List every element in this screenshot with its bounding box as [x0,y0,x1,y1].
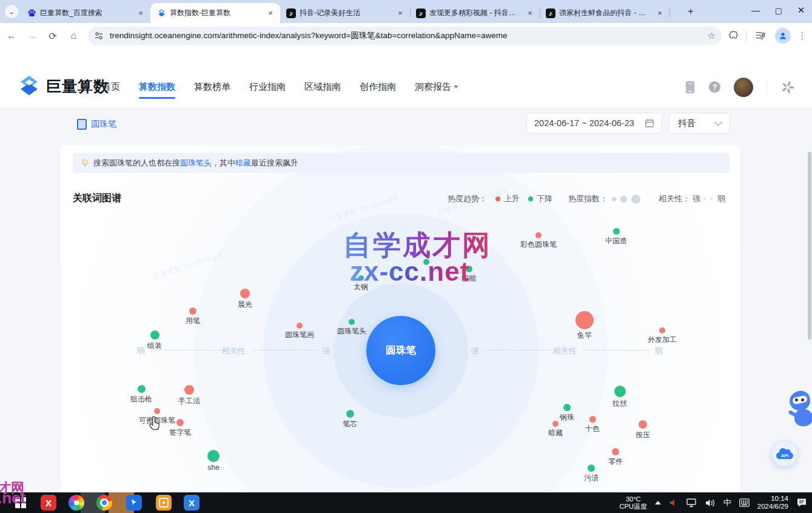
page-scrollbar[interactable] [808,152,811,340]
browser-tab-2[interactable]: ♪抖音-记录美好生活× [280,3,410,23]
bookmark-star-icon[interactable]: ☆ [708,30,716,41]
home-button[interactable]: ⌂ [67,29,80,42]
bubble-零件[interactable]: 零件 [608,448,623,467]
bubble-污渍[interactable]: 污渍 [584,464,599,483]
bubble-dot[interactable] [612,448,619,455]
taskbar-app-cursor[interactable] [126,494,143,511]
nav-item-算数榜单[interactable]: 算数榜单 [194,81,230,93]
bubble-dot[interactable] [589,416,596,423]
nav-item-洞察报告[interactable]: 洞察报告 [415,81,458,93]
bubble-dot[interactable] [207,450,220,462]
tab-search-icon[interactable]: ⌄ [5,5,18,18]
mobile-app-icon[interactable] [685,80,696,95]
user-avatar[interactable] [734,78,753,97]
center-keyword-bubble[interactable]: 圆珠笔 [366,316,435,385]
bubble-dot[interactable] [184,385,194,395]
browser-tab-4[interactable]: ♪强家村生鲜食品的抖音 - 抖音× [540,3,669,23]
bubble-拉丝[interactable]: 拉丝 [612,386,627,409]
taskbar-app-red-x[interactable]: X [40,494,57,511]
keyword-tag-label[interactable]: 圆珠笔 [91,119,116,130]
mascot-character[interactable] [786,391,812,429]
tab-close-icon[interactable]: × [655,8,665,18]
api-fab-button[interactable]: API [771,440,798,467]
extensions-icon[interactable] [726,29,740,42]
window-close-button[interactable]: ✕ [791,0,811,21]
tab-close-icon[interactable]: × [266,8,275,18]
cpu-temp-widget[interactable]: 30°C CPU温度 [620,495,647,510]
date-range-value[interactable]: 2024-06-17 ~ 2024-06-23 [534,118,634,128]
taskbar-app-chrome[interactable] [96,494,113,511]
bubble-钢珠[interactable]: 钢珠 [560,404,574,423]
bubble-彩色圆珠笔[interactable]: 彩色圆珠笔 [520,232,557,250]
bubble-dot[interactable] [240,289,250,298]
reload-button[interactable]: ⟳ [46,29,59,42]
browser-tab-0[interactable]: 巨量算数_百度搜索× [21,3,150,23]
bubble-dot[interactable] [639,420,647,429]
ime-indicator[interactable]: 中 [723,497,731,508]
bubble-圆珠笔画[interactable]: 圆珠笔画 [285,323,314,340]
speaker-icon[interactable] [705,498,716,508]
tray-expand-icon[interactable] [655,501,661,505]
bubble-dot[interactable] [176,419,184,426]
bubble-按压[interactable]: 按压 [636,420,650,440]
bubble-笔芯[interactable]: 笔芯 [343,410,357,429]
bubble-dot[interactable] [659,327,665,334]
bubble-dot[interactable] [154,408,160,414]
bubble-she[interactable]: she [207,450,220,472]
forward-button[interactable]: → [25,29,39,42]
bubble-dot[interactable] [138,385,146,393]
bubble-暗藏[interactable]: 暗藏 [548,421,563,438]
bubble-dot[interactable] [552,421,559,427]
site-logo[interactable]: 巨量算数 [17,74,109,98]
back-button[interactable]: ← [5,29,18,42]
clock-widget[interactable]: 10:14 2024/6/29 [757,495,788,511]
bubble-手工活[interactable]: 手工活 [178,385,200,406]
nav-item-区域指南[interactable]: 区域指南 [304,81,341,93]
new-tab-button[interactable]: + [684,5,697,18]
network-icon[interactable] [686,498,697,508]
bubble-dot[interactable] [535,232,542,238]
nav-item-算数指数[interactable]: 算数指数 [139,81,175,93]
address-bar[interactable]: trendinsight.oceanengine.com/arithmetic-… [88,27,722,45]
keyword-tag[interactable]: 圆珠笔 [77,119,116,130]
browser-menu-icon[interactable]: ⋮ [796,29,809,42]
bubble-dot[interactable] [346,410,354,418]
bubble-dot[interactable] [575,311,594,329]
banner-link-keyword1[interactable]: 圆珠笔头 [180,158,212,167]
platform-value[interactable]: 抖音 [678,118,696,129]
window-minimize-button[interactable]: — [745,0,767,21]
bubble-鱼竿[interactable]: 鱼竿 [575,311,594,341]
bubble-用笔[interactable]: 用笔 [186,307,200,326]
bubble-晨光[interactable]: 晨光 [238,289,252,310]
touch-keyboard-icon[interactable] [739,498,750,507]
bubble-圆珠笔头[interactable]: 圆珠笔头 [337,319,366,337]
taskbar-app-blue-x[interactable]: X [183,494,200,511]
banner-link-keyword2[interactable]: 暗藏 [235,158,251,167]
muted-volume-icon[interactable] [669,498,679,508]
bubble-组装[interactable]: 组装 [147,330,162,351]
nav-item-首页[interactable]: 首页 [102,81,120,93]
calendar-icon[interactable] [645,118,654,128]
nav-item-行业指南[interactable]: 行业指南 [249,81,286,93]
bubble-dot[interactable] [588,464,595,472]
platform-select[interactable]: 抖音 [669,113,730,133]
date-range-picker[interactable]: 2024-06-17 ~ 2024-06-23 [526,113,662,133]
pinwheel-icon[interactable] [780,80,795,95]
bubble-dot[interactable] [614,386,626,397]
bubble-外发加工[interactable]: 外发加工 [648,327,677,345]
url-text[interactable]: trendinsight.oceanengine.com/arithmetic-… [110,30,708,41]
help-icon[interactable]: ? [709,81,720,93]
taskbar-app-recorder[interactable] [155,494,172,511]
tab-close-icon[interactable]: × [525,8,535,18]
tab-close-icon[interactable]: × [395,8,405,18]
bubble-dot[interactable] [563,404,571,411]
taskbar-app-color-wheel[interactable] [68,494,85,511]
tab-close-icon[interactable]: × [136,8,146,18]
bubble-中国造[interactable]: 中国造 [605,228,627,246]
browser-tab-3[interactable]: ♪发现更多精彩视频 - 抖音搜索× [410,3,540,23]
bubble-dot[interactable] [613,228,620,235]
reading-list-icon[interactable] [754,29,768,42]
notification-icon[interactable] [796,498,807,508]
bubble-十色[interactable]: 十色 [585,416,600,434]
browser-tab-1[interactable]: 算数指数-巨量算数× [150,3,280,23]
